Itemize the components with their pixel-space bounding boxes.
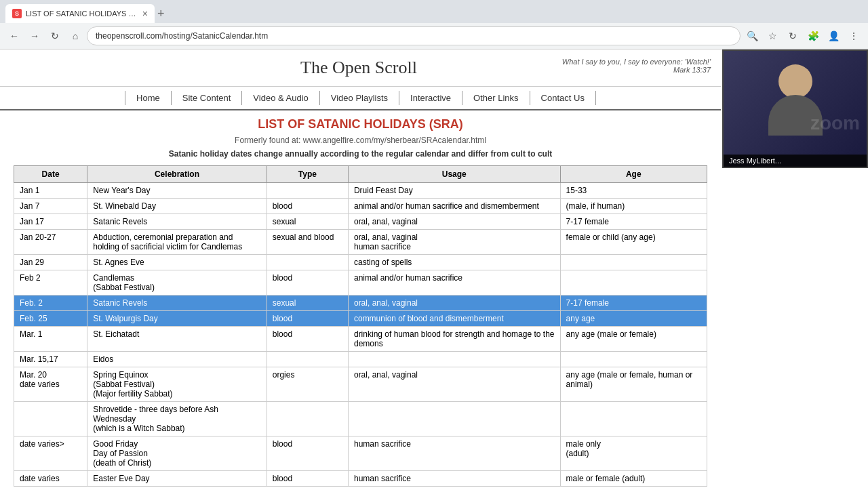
table-row[interactable]: Shrovetide - three days before Ash Wedne…: [14, 402, 707, 436]
site-quote-line1: What I say to you, I say to everyone: 'W…: [535, 58, 711, 66]
nav-interactive[interactable]: Interactive: [399, 91, 462, 105]
cell-age: male only(adult): [560, 436, 707, 471]
disclaimer: Satanic holiday dates change annually ac…: [14, 149, 707, 159]
site-header: The Open Scroll What I say to you, I say…: [0, 49, 721, 87]
cell-usage: [348, 402, 560, 436]
cell-celebration: Good FridayDay of Passion(death of Chris…: [87, 436, 267, 471]
cell-type: blood: [267, 436, 348, 471]
cell-age: [560, 402, 707, 436]
cell-type: sexual and blood: [267, 230, 348, 255]
cell-age: any age: [560, 311, 707, 327]
main-layout: The Open Scroll What I say to you, I say…: [0, 49, 868, 488]
cell-age: [560, 270, 707, 296]
cell-type: blood: [267, 199, 348, 214]
cell-type: blood: [267, 471, 348, 487]
table-row[interactable]: Mar. 1St. Eichatadtblooddrinking of huma…: [14, 327, 707, 352]
address-input[interactable]: [87, 26, 741, 45]
video-person: [724, 51, 867, 155]
cell-age: 7-17 female: [560, 296, 707, 311]
back-button[interactable]: ←: [5, 27, 23, 45]
cell-type: blood: [267, 270, 348, 296]
cell-type: [267, 352, 348, 367]
cell-date: Mar. 1: [14, 327, 87, 352]
reload-button[interactable]: ↻: [46, 27, 64, 45]
cell-date: Mar. 15,17: [14, 352, 87, 367]
profile-icon[interactable]: 👤: [825, 27, 842, 45]
cell-type: [267, 255, 348, 270]
table-row[interactable]: Jan 29St. Agnes Evecasting of spells: [14, 255, 707, 270]
cell-celebration: Easter Eve Day: [87, 471, 267, 487]
holidays-table: Date Celebration Type Usage Age Jan 1New…: [14, 165, 707, 487]
cell-age: any age (male or female, human or animal…: [560, 367, 707, 402]
cell-date: Mar. 20date varies: [14, 367, 87, 402]
video-name: Jess MyLibert...: [724, 155, 867, 167]
cell-usage: animal and/or human sacrifice and dismem…: [348, 199, 560, 214]
tab-close-button[interactable]: ×: [142, 8, 148, 19]
cell-usage: drinking of human blood for strength and…: [348, 327, 560, 352]
cell-usage: casting of spells: [348, 255, 560, 270]
table-row[interactable]: Jan 1New Year's DayDruid Feast Day15-33: [14, 183, 707, 199]
cell-age: any age (male or female): [560, 327, 707, 352]
cell-type: sexual: [267, 296, 348, 311]
table-row[interactable]: Jan 7St. Winebald Daybloodanimal and/or …: [14, 199, 707, 214]
cell-usage: oral, anal, vaginal: [348, 296, 560, 311]
nav-site-content[interactable]: Site Content: [172, 91, 243, 105]
source-note: Formerly found at: www.angelfire.com/my/…: [14, 136, 707, 145]
table-row[interactable]: Jan 20-27Abduction, ceremonial preparati…: [14, 230, 707, 255]
cell-celebration: New Year's Day: [87, 183, 267, 199]
nav-video-audio[interactable]: Video & Audio: [242, 91, 319, 105]
cell-age: (male, if human): [560, 199, 707, 214]
browser-chrome: S LIST OF SATANIC HOLIDAYS (SR... × + ← …: [0, 0, 868, 49]
col-type: Type: [267, 166, 348, 183]
cell-date: Jan 1: [14, 183, 87, 199]
cell-type: [267, 183, 348, 199]
nav-contact-us[interactable]: Contact Us: [530, 91, 596, 105]
table-row[interactable]: date varies>Good FridayDay of Passion(de…: [14, 436, 707, 471]
cell-usage: oral, anal, vaginal: [348, 214, 560, 230]
cell-usage: [348, 352, 560, 367]
table-row[interactable]: Feb. 25St. Walpurgis Daybloodcommunion o…: [14, 311, 707, 327]
nav-video-playlists[interactable]: Video Playlists: [320, 91, 399, 105]
home-button[interactable]: ⌂: [66, 27, 84, 45]
tab-favicon: S: [12, 9, 22, 18]
cell-date: Jan 17: [14, 214, 87, 230]
cell-date: [14, 402, 87, 436]
cell-date: date varies: [14, 471, 87, 487]
address-icons: 🔍 ☆ ↻ 🧩 👤 ⋮: [743, 27, 863, 45]
nav-other-links[interactable]: Other Links: [462, 91, 530, 105]
cell-date: Feb 2: [14, 270, 87, 296]
table-row[interactable]: date variesEaster Eve Daybloodhuman sacr…: [14, 471, 707, 487]
search-icon[interactable]: 🔍: [743, 27, 761, 45]
table-row[interactable]: Feb. 2Satanic Revelssexualoral, anal, va…: [14, 296, 707, 311]
cell-celebration: Satanic Revels: [87, 214, 267, 230]
new-tab-button[interactable]: +: [157, 7, 165, 21]
cell-usage: oral, anal, vaginalhuman sacrifice: [348, 230, 560, 255]
cell-type: [267, 402, 348, 436]
cell-celebration: St. Walpurgis Day: [87, 311, 267, 327]
cell-type: orgies: [267, 367, 348, 402]
extensions-icon[interactable]: 🧩: [804, 27, 822, 45]
page-heading: LIST OF SATANIC HOLIDAYS (SRA): [14, 117, 707, 131]
col-celebration: Celebration: [87, 166, 267, 183]
active-tab[interactable]: S LIST OF SATANIC HOLIDAYS (SR... ×: [5, 4, 155, 23]
forward-button[interactable]: →: [26, 27, 43, 45]
cell-date: Jan 20-27: [14, 230, 87, 255]
menu-icon[interactable]: ⋮: [845, 27, 863, 45]
refresh-icon[interactable]: ↻: [784, 27, 802, 45]
cell-age: female or child (any age): [560, 230, 707, 255]
cell-type: blood: [267, 311, 348, 327]
cell-usage: Druid Feast Day: [348, 183, 560, 199]
website-content: The Open Scroll What I say to you, I say…: [0, 49, 721, 488]
cell-celebration: St. Agnes Eve: [87, 255, 267, 270]
cell-type: blood: [267, 327, 348, 352]
person-head: [778, 64, 812, 98]
table-row[interactable]: Jan 17Satanic Revelssexualoral, anal, va…: [14, 214, 707, 230]
table-row[interactable]: Mar. 15,17Eidos: [14, 352, 707, 367]
col-age: Age: [560, 166, 707, 183]
table-row[interactable]: Feb 2Candlemas(Sabbat Festival)bloodanim…: [14, 270, 707, 296]
bookmark-icon[interactable]: ☆: [764, 27, 781, 45]
cell-type: sexual: [267, 214, 348, 230]
nav-home[interactable]: Home: [125, 91, 172, 105]
table-row[interactable]: Mar. 20date variesSpring Equinox(Sabbat …: [14, 367, 707, 402]
cell-usage: human sacrifice: [348, 471, 560, 487]
